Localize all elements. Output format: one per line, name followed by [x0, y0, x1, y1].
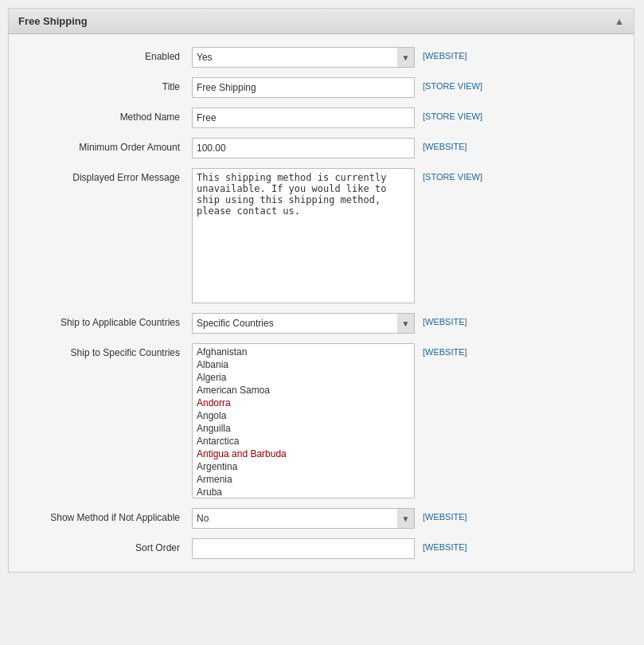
show-method-row: Show Method if Not Applicable Yes No ▼ [… [9, 503, 634, 534]
title-scope-link[interactable]: [STORE VIEW] [423, 81, 482, 91]
specific-countries-scope: [WEBSITE] [415, 343, 467, 357]
sort-order-input[interactable] [192, 538, 415, 559]
error-message-scope-link[interactable]: [STORE VIEW] [423, 172, 482, 182]
error-message-row: Displayed Error Message [STORE VIEW] [9, 163, 634, 308]
min-order-control-wrap: [WEBSITE] [192, 138, 626, 158]
specific-countries-scope-link[interactable]: [WEBSITE] [423, 347, 467, 357]
method-name-label: Method Name [17, 108, 192, 123]
sort-order-label: Sort Order [17, 538, 192, 553]
panel-body: Enabled Yes No ▼ [WEBSITE] Title [9, 34, 634, 572]
min-order-label: Minimum Order Amount [17, 138, 192, 153]
specific-countries-row: Ship to Specific Countries AfghanistanAl… [9, 338, 634, 503]
applicable-countries-scope: [WEBSITE] [415, 313, 467, 326]
enabled-select[interactable]: Yes No [192, 47, 415, 68]
applicable-countries-row: Ship to Applicable Countries All Allowed… [9, 308, 634, 338]
error-message-label: Displayed Error Message [17, 168, 192, 183]
show-method-scope: [WEBSITE] [415, 508, 467, 522]
min-order-row: Minimum Order Amount [WEBSITE] [9, 133, 634, 163]
specific-countries-control-wrap: AfghanistanAlbaniaAlgeriaAmerican SamoaA… [192, 343, 626, 498]
specific-countries-listbox[interactable]: AfghanistanAlbaniaAlgeriaAmerican SamoaA… [192, 343, 415, 498]
sort-order-scope-link[interactable]: [WEBSITE] [423, 542, 467, 552]
method-name-row: Method Name [STORE VIEW] [9, 103, 634, 133]
collapse-icon: ▲ [615, 16, 624, 27]
free-shipping-panel: Free Shipping ▲ Enabled Yes No ▼ [WEBSIT… [8, 8, 634, 573]
min-order-scope-link[interactable]: [WEBSITE] [423, 142, 467, 151]
enabled-scope-link[interactable]: [WEBSITE] [423, 51, 467, 61]
title-scope: [STORE VIEW] [415, 77, 482, 91]
min-order-scope: [WEBSITE] [415, 138, 467, 151]
enabled-row: Enabled Yes No ▼ [WEBSITE] [9, 42, 634, 72]
sort-order-row: Sort Order [WEBSITE] [9, 534, 634, 564]
sort-order-control-wrap: [WEBSITE] [192, 538, 626, 559]
show-method-select[interactable]: Yes No [192, 508, 415, 529]
min-order-input[interactable] [192, 138, 415, 158]
enabled-select-wrap: Yes No ▼ [192, 47, 415, 68]
title-input[interactable] [192, 77, 415, 98]
show-method-scope-link[interactable]: [WEBSITE] [423, 512, 467, 522]
method-name-control-wrap: [STORE VIEW] [192, 108, 626, 128]
title-label: Title [17, 77, 192, 92]
title-row: Title [STORE VIEW] [9, 72, 634, 103]
applicable-countries-scope-link[interactable]: [WEBSITE] [423, 317, 467, 326]
applicable-countries-select[interactable]: All Allowed Countries Specific Countries [192, 313, 415, 334]
title-control-wrap: [STORE VIEW] [192, 77, 626, 98]
applicable-countries-select-wrap: All Allowed Countries Specific Countries… [192, 313, 415, 334]
method-name-scope-link[interactable]: [STORE VIEW] [423, 111, 482, 121]
error-message-control-wrap: [STORE VIEW] [192, 168, 626, 303]
method-name-scope: [STORE VIEW] [415, 108, 482, 121]
specific-countries-label: Ship to Specific Countries [17, 343, 192, 358]
enabled-control-wrap: Yes No ▼ [WEBSITE] [192, 47, 626, 68]
sort-order-scope: [WEBSITE] [415, 538, 467, 552]
panel-title: Free Shipping [18, 15, 88, 27]
applicable-countries-label: Ship to Applicable Countries [17, 313, 192, 328]
show-method-select-wrap: Yes No ▼ [192, 508, 415, 529]
enabled-label: Enabled [17, 47, 192, 62]
show-method-label: Show Method if Not Applicable [17, 508, 192, 523]
enabled-scope: [WEBSITE] [415, 47, 467, 61]
error-message-scope: [STORE VIEW] [415, 168, 482, 182]
panel-header[interactable]: Free Shipping ▲ [9, 9, 634, 34]
applicable-countries-control-wrap: All Allowed Countries Specific Countries… [192, 313, 626, 334]
error-message-textarea[interactable] [192, 168, 415, 303]
show-method-control-wrap: Yes No ▼ [WEBSITE] [192, 508, 626, 529]
method-name-input[interactable] [192, 108, 415, 128]
